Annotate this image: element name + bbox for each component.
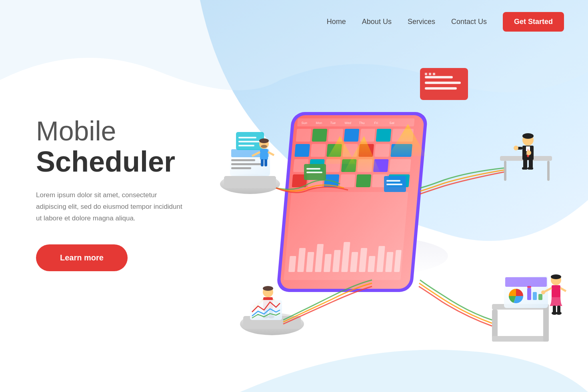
get-started-button[interactable]: Get Started: [503, 12, 564, 32]
svg-rect-94: [523, 159, 527, 168]
svg-rect-81: [264, 159, 267, 166]
svg-point-92: [514, 146, 518, 150]
svg-point-127: [541, 290, 545, 294]
svg-rect-72: [238, 141, 260, 142]
svg-rect-118: [527, 288, 531, 300]
svg-rect-133: [306, 168, 320, 170]
nav-services[interactable]: Services: [408, 18, 435, 26]
hero-title-light: Mobile: [36, 116, 188, 146]
svg-text:Sat: Sat: [389, 121, 395, 125]
svg-rect-61: [429, 73, 431, 75]
svg-rect-73: [238, 145, 254, 146]
svg-rect-19: [310, 144, 326, 157]
svg-rect-110: [250, 300, 282, 320]
svg-rect-137: [386, 184, 402, 185]
nav-about[interactable]: About Us: [362, 18, 392, 26]
svg-text:Tue: Tue: [330, 121, 336, 125]
svg-point-75: [259, 138, 269, 143]
svg-point-76: [261, 145, 267, 148]
svg-rect-12: [312, 129, 328, 142]
svg-text:Sun: Sun: [301, 121, 307, 125]
svg-rect-58: [425, 82, 461, 84]
learn-more-button[interactable]: Learn more: [36, 244, 128, 271]
svg-rect-114: [543, 304, 549, 342]
svg-rect-136: [386, 180, 400, 182]
svg-rect-95: [529, 159, 533, 168]
svg-rect-71: [238, 137, 256, 138]
svg-rect-113: [492, 336, 548, 342]
svg-rect-97: [528, 167, 533, 170]
svg-rect-35: [340, 174, 356, 187]
svg-rect-14: [344, 129, 360, 142]
svg-text:Wed: Wed: [344, 121, 351, 125]
svg-rect-57: [425, 76, 453, 78]
svg-line-126: [560, 288, 566, 291]
svg-text:Fri: Fri: [374, 121, 378, 125]
svg-point-131: [556, 312, 562, 315]
svg-rect-68: [231, 163, 263, 165]
svg-rect-83: [504, 161, 506, 181]
svg-rect-77: [260, 149, 268, 160]
svg-point-123: [551, 274, 561, 279]
svg-rect-80: [261, 159, 264, 166]
svg-rect-96: [522, 167, 528, 170]
illustration: Sun Mon Tue Wed Thu Fri Sat: [172, 32, 572, 384]
svg-rect-120: [538, 294, 542, 300]
svg-rect-36: [356, 174, 372, 187]
navbar: Home About Us Services Contact Us Get St…: [0, 0, 588, 44]
hero-section: Mobile Scheduler Lorem ipsum dolor sit a…: [36, 116, 188, 271]
svg-rect-134: [306, 172, 322, 173]
svg-rect-69: [231, 167, 251, 169]
svg-rect-31: [389, 159, 411, 172]
svg-rect-62: [433, 73, 435, 75]
svg-rect-121: [527, 286, 531, 288]
svg-rect-124: [552, 285, 560, 297]
svg-point-93: [526, 150, 531, 155]
hero-title-bold: Scheduler: [36, 146, 188, 178]
svg-point-101: [263, 286, 273, 291]
svg-text:Thu: Thu: [359, 121, 365, 125]
svg-rect-119: [533, 292, 537, 300]
hero-description: Lorem ipsum dolor sit amet, consectetur …: [36, 190, 188, 224]
svg-rect-16: [376, 129, 392, 142]
svg-rect-60: [425, 73, 427, 75]
nav-contact[interactable]: Contact Us: [451, 18, 487, 26]
svg-rect-116: [505, 277, 547, 287]
svg-rect-64: [224, 176, 276, 188]
nav-home[interactable]: Home: [327, 18, 346, 26]
svg-rect-23: [374, 144, 390, 157]
svg-text:Mon: Mon: [316, 121, 322, 125]
svg-rect-59: [425, 87, 457, 90]
svg-rect-18: [294, 144, 310, 157]
svg-point-86: [522, 133, 534, 139]
svg-rect-11: [296, 129, 312, 142]
svg-rect-84: [547, 161, 550, 181]
svg-rect-67: [231, 159, 255, 161]
svg-rect-3: [297, 118, 415, 126]
